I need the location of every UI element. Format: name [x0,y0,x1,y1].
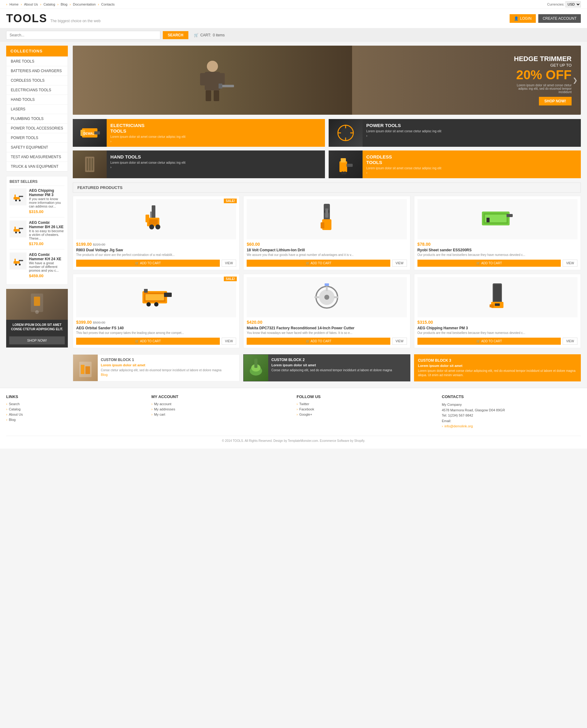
footer-twitter[interactable]: Twitter [297,402,436,406]
svg-rect-13 [19,264,21,265]
custom-block-image-1 [73,355,98,381]
product-name-2[interactable]: 18 Volt Compact Lithium-Ion Drill [246,248,407,252]
svg-rect-23 [214,90,219,101]
product-name-5[interactable]: Makita DPC7321 Factory Reconditioned 14-… [246,326,407,330]
svg-rect-64 [145,294,164,300]
category-link-power-tools[interactable]: › [366,134,577,138]
sidebar-item-hand-tools[interactable]: HAND TOOLS [6,95,68,104]
footer-contacts-title: CONTACTS [442,394,581,399]
category-link-hand-tools[interactable]: › [110,166,321,169]
category-desc-power-tools: Lorem ipsum dolor sit amet conse ctetur … [366,130,577,133]
view-button-3[interactable]: VIEW [563,260,578,267]
footer-link-about[interactable]: About Us [6,413,145,416]
currency-selector[interactable]: Currencies: USD [547,1,581,7]
view-button-1[interactable]: VIEW [222,260,236,267]
svg-rect-54 [321,222,324,229]
svg-point-71 [324,295,329,300]
nav-blog[interactable]: Blog [61,2,68,6]
create-account-button[interactable]: CREATE ACCOUNT [538,14,581,23]
footer-my-addresses[interactable]: My addresses [151,407,290,411]
best-seller-info-3: AEG Combi Hammer KH 24 XE We have a grea… [29,253,65,278]
footer-link-search[interactable]: Search [6,402,145,406]
add-to-cart-button-4[interactable]: 🛒 ADD TO CART [76,338,220,345]
sidebar-collections-title: COLLECTIONS [6,46,68,56]
sidebar-item-safety[interactable]: SAFETY EQUIPMENT [6,143,68,152]
login-button[interactable]: 👤 LOGIN [510,14,536,23]
footer-my-cart[interactable]: My cart [151,413,290,416]
footer-google[interactable]: Google+ [297,413,436,416]
category-link-electricians[interactable]: › [110,140,321,143]
custom-block-body-1: CUSTOM BLOCK 1 Lorem ipsum dolor sit ame… [98,355,239,381]
view-button-5[interactable]: VIEW [392,338,407,345]
nav-documentation[interactable]: Documentation [73,2,96,6]
footer-facebook[interactable]: Facebook [297,407,436,411]
sidebar-item-electricians[interactable]: ELECTRICIANS TOOLS [6,86,68,95]
product-name-6[interactable]: AEG Chipping Hammer PM 3 [418,326,578,330]
product-name-1[interactable]: R803 Dual Voltage Jig Saw [76,248,236,252]
hero-subtitle: GET UP TO [510,63,571,68]
product-actions-4: 🛒 ADD TO CART VIEW [76,338,236,345]
category-link-cordless[interactable]: › [366,171,577,174]
svg-rect-60 [507,214,513,217]
svg-rect-40 [339,161,347,172]
nav-catalog[interactable]: Catalog [44,2,55,6]
category-card-cordless[interactable]: CORDLESSTOOLS Lorem ipsum dolor sit amet… [329,150,581,178]
custom-block-link-1[interactable]: Blog [101,373,108,376]
sidebar-item-bare-tools[interactable]: BARE TOOLS [6,57,68,66]
sidebar-item-power-tools[interactable]: POWER TOOLS [6,133,68,143]
sidebar-item-power-accessories[interactable]: POWER TOOL ACCESSORIES [6,124,68,133]
search-input[interactable] [6,31,160,40]
svg-rect-74 [334,296,338,298]
product-card-2: $60.00 18 Volt Compact Lithium-Ion Drill… [243,196,410,270]
svg-rect-83 [86,366,90,374]
footer-email-link[interactable]: info@demolink.org [442,424,581,429]
add-to-cart-button-2[interactable]: 🛒 ADD TO CART [246,260,390,267]
cart-icon: 🛒 [194,33,198,37]
sidebar-item-truck[interactable]: TRUCK & VAN EQUIPMENT [6,162,68,171]
search-button[interactable]: SEARCH [163,31,188,39]
svg-rect-61 [487,218,490,222]
promo-sidebar-button[interactable]: SHOP NOW! [9,336,65,345]
hero-shop-button[interactable]: SHOP NOW! [539,97,571,105]
svg-text:DEWALT: DEWALT [83,132,96,135]
footer-link-blog[interactable]: Blog [6,418,145,422]
price-old-4: $500.00 [93,321,105,324]
add-to-cart-button-3[interactable]: 🛒 ADD TO CART [418,260,561,267]
nav-home[interactable]: Home [9,2,19,6]
currency-dropdown[interactable]: USD [565,1,581,7]
product-name-3[interactable]: Ryobi Sheet sander ESS200RS [418,248,578,252]
site-logo[interactable]: TOOLS [6,12,47,25]
svg-rect-82 [81,365,85,374]
sidebar-item-cordless[interactable]: CORDLESS TOOLS [6,76,68,86]
footer-link-catalog[interactable]: Catalog [6,407,145,411]
nav-contacts[interactable]: Contacts [101,2,114,6]
view-button-6[interactable]: VIEW [563,338,578,345]
sidebar-item-batteries[interactable]: BATTERIES AND CHARGERS [6,66,68,76]
sidebar-item-test[interactable]: TEST AND MEASUREMENTS [6,152,68,162]
product-image-6 [418,277,578,317]
hero-chevron-icon[interactable]: ❯ [572,76,578,84]
hero-desc: Lorem ipsum dolor sit amet conse ctetur … [510,84,571,94]
add-to-cart-button-5[interactable]: 🛒 ADD TO CART [246,338,390,345]
header: TOOLS The biggest choice on the web 👤 LO… [0,9,587,28]
sidebar-item-lasers[interactable]: LASERS [6,104,68,114]
promo-sidebar-text: LOREM IPSUM DOLOR SIT AMET CONSE CTETUR … [6,320,68,334]
add-to-cart-button-6[interactable]: 🛒 ADD TO CART [418,338,561,345]
svg-rect-2 [15,199,17,201]
category-card-power-tools[interactable]: POWER TOOLS Lorem ipsum dolor sit amet c… [329,119,581,147]
category-card-hand-tools[interactable]: HAND TOOLS Lorem ipsum dolor sit amet co… [73,150,325,178]
category-body-hand-tools: HAND TOOLS Lorem ipsum dolor sit amet co… [107,150,325,178]
sale-badge-1: SALE! [224,198,237,203]
category-card-electricians[interactable]: DEWALT ELECTRICIANSTOOLS Lorem ipsum dol… [73,119,325,147]
product-name-4[interactable]: AEG Orbital Sander FS 140 [76,326,236,330]
view-button-2[interactable]: VIEW [392,260,407,267]
product-desc-1: The products of our store are the perfec… [76,253,236,257]
add-to-cart-button-1[interactable]: 🛒 ADD TO CART [76,260,220,267]
sidebar-item-plumbing[interactable]: PLUMBING TOOLS [6,114,68,124]
view-button-4[interactable]: VIEW [222,338,236,345]
custom-block-2: CUSTOM BLOCK 2 Lorem ipsum dolor sit ame… [243,354,410,381]
nav-about[interactable]: About Us [24,2,38,6]
cart-info[interactable]: 🛒 CART: 0 items [194,33,225,37]
footer-my-account[interactable]: My account [151,402,290,406]
hero-banner: HEDGE TRIMMER GET UP TO 20% OFF Lorem ip… [73,46,581,115]
